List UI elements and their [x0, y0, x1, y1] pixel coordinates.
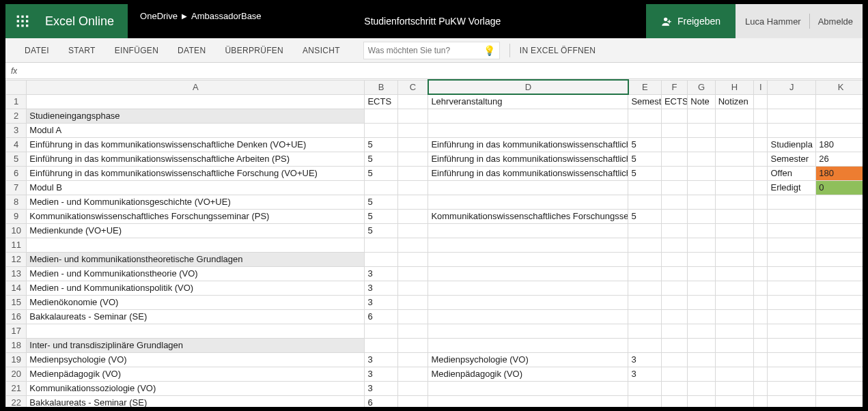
cell[interactable]	[397, 137, 428, 152]
cell[interactable]	[715, 152, 754, 166]
cell[interactable]: 5	[365, 152, 398, 166]
cell[interactable]	[628, 338, 662, 352]
col-header-J[interactable]: J	[768, 80, 816, 94]
cell[interactable]: 5	[365, 137, 398, 152]
cell[interactable]	[768, 223, 816, 238]
cell[interactable]	[397, 309, 428, 324]
cell[interactable]: 0	[816, 180, 863, 195]
cell[interactable]	[661, 195, 687, 209]
cell[interactable]	[661, 180, 687, 195]
cell[interactable]	[428, 338, 628, 352]
row-header[interactable]: 8	[6, 195, 27, 209]
row-header[interactable]: 12	[6, 252, 27, 266]
cell[interactable]	[661, 209, 687, 223]
cell[interactable]	[754, 381, 768, 395]
cell[interactable]	[628, 180, 662, 195]
row-header[interactable]: 22	[6, 395, 27, 407]
cell[interactable]: 180	[816, 166, 863, 180]
tab-datei[interactable]: DATEI	[15, 38, 59, 62]
cell[interactable]	[397, 381, 428, 395]
cell[interactable]: 3	[365, 352, 398, 367]
cell[interactable]: 3	[365, 281, 398, 295]
tab-ansicht[interactable]: ANSICHT	[293, 38, 350, 62]
cell[interactable]: Semest	[628, 94, 662, 109]
cell[interactable]: ECTS	[661, 94, 687, 109]
cell[interactable]	[397, 252, 428, 266]
cell[interactable]	[661, 266, 687, 281]
cell[interactable]: Inter- und transdisziplinäre Grundlagen	[27, 338, 365, 352]
cell[interactable]: 180	[816, 137, 863, 152]
cell[interactable]: 6	[365, 395, 398, 407]
cell[interactable]	[365, 238, 398, 252]
col-header-H[interactable]: H	[715, 80, 754, 94]
cell[interactable]: Kommunikationswissenschaftliches Forschu…	[428, 209, 628, 223]
cell[interactable]	[661, 309, 687, 324]
cell[interactable]	[428, 180, 628, 195]
cell[interactable]	[428, 195, 628, 209]
cell[interactable]: Modul A	[27, 123, 365, 137]
cell[interactable]	[365, 324, 398, 338]
cell[interactable]	[816, 352, 863, 367]
cell[interactable]: Einführung in das kommunikationswissensc…	[27, 152, 365, 166]
cell[interactable]	[754, 238, 768, 252]
cell[interactable]	[816, 109, 863, 123]
cell[interactable]	[397, 123, 428, 137]
cell[interactable]	[397, 94, 428, 109]
row-header[interactable]: 20	[6, 367, 27, 381]
col-header-D[interactable]: D	[428, 80, 628, 94]
cell[interactable]	[688, 137, 715, 152]
cell[interactable]	[715, 309, 754, 324]
cell[interactable]	[365, 252, 398, 266]
tab-start[interactable]: START	[59, 38, 105, 62]
cell[interactable]	[27, 324, 365, 338]
cell[interactable]	[754, 395, 768, 407]
breadcrumb-folder[interactable]: AmbassadorBase	[191, 11, 262, 21]
cell[interactable]	[688, 295, 715, 309]
cell[interactable]	[816, 209, 863, 223]
cell[interactable]	[715, 123, 754, 137]
cell[interactable]	[688, 166, 715, 180]
cell[interactable]: Medienpädagogik (VO)	[27, 367, 365, 381]
cell[interactable]: Studieneingangsphase	[27, 109, 365, 123]
cell[interactable]: 5	[365, 209, 398, 223]
cell[interactable]	[628, 309, 662, 324]
row-header[interactable]: 13	[6, 266, 27, 281]
cell[interactable]	[688, 109, 715, 123]
tab-einfuegen[interactable]: EINFÜGEN	[105, 38, 168, 62]
cell[interactable]	[688, 324, 715, 338]
row-header[interactable]: 14	[6, 281, 27, 295]
cell[interactable]	[688, 238, 715, 252]
cell[interactable]	[397, 195, 428, 209]
cell[interactable]	[816, 223, 863, 238]
row-header[interactable]: 9	[6, 209, 27, 223]
cell[interactable]: Lehrveranstaltung	[428, 94, 628, 109]
cell[interactable]: Einführung in das kommunikationswissensc…	[428, 166, 628, 180]
cell[interactable]	[628, 266, 662, 281]
spreadsheet-grid[interactable]: A B C D E F G H I J K 1ECTSLehrveranstal…	[5, 79, 863, 407]
cell[interactable]: 26	[816, 152, 863, 166]
formula-input[interactable]	[17, 66, 857, 76]
cell[interactable]	[768, 395, 816, 407]
cell[interactable]	[768, 281, 816, 295]
cell[interactable]	[768, 309, 816, 324]
cell[interactable]	[428, 309, 628, 324]
cell[interactable]: Medien- und kommunikationstheoretische G…	[27, 252, 365, 266]
cell[interactable]	[688, 338, 715, 352]
cell[interactable]	[628, 324, 662, 338]
cell[interactable]	[768, 94, 816, 109]
cell[interactable]	[816, 123, 863, 137]
cell[interactable]: 5	[365, 195, 398, 209]
cell[interactable]	[688, 309, 715, 324]
cell[interactable]	[768, 381, 816, 395]
cell[interactable]	[688, 180, 715, 195]
cell[interactable]	[754, 137, 768, 152]
cell[interactable]: Erledigt	[768, 180, 816, 195]
cell[interactable]	[754, 123, 768, 137]
cell[interactable]: 3	[365, 295, 398, 309]
cell[interactable]	[661, 395, 687, 407]
tab-daten[interactable]: DATEN	[168, 38, 215, 62]
cell[interactable]	[428, 223, 628, 238]
cell[interactable]	[397, 223, 428, 238]
cell[interactable]	[428, 109, 628, 123]
cell[interactable]	[715, 195, 754, 209]
